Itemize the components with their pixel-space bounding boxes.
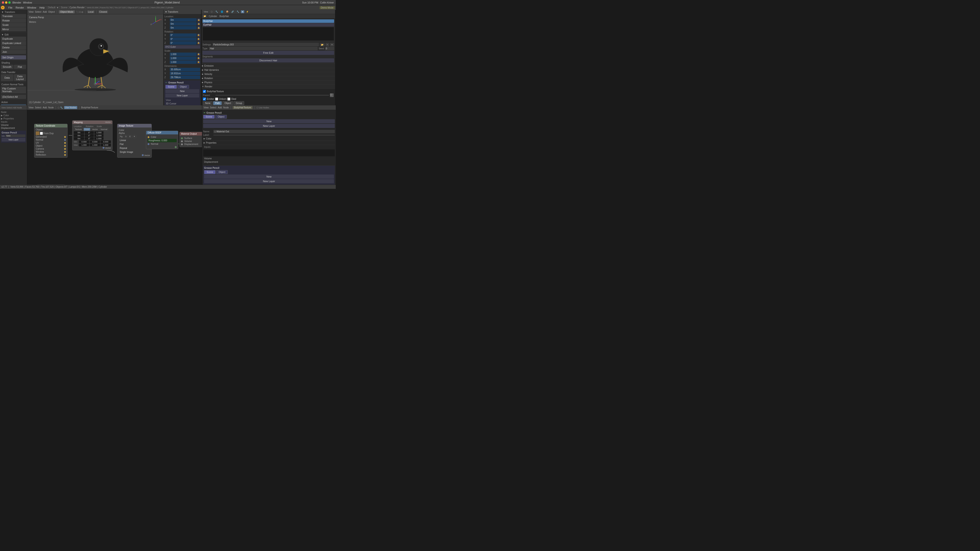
scale-y-value[interactable]: 1.000 (170, 57, 197, 60)
hair-dynamics-header[interactable]: ▶ Hair dynamics (202, 68, 335, 72)
rot-y-input[interactable]: 0° (84, 134, 94, 137)
parent-value[interactable] (215, 95, 329, 96)
browse-icon[interactable]: 📂 (202, 14, 207, 18)
rotation-header[interactable]: ▶ Rotation (202, 76, 335, 81)
rot-y-lock[interactable]: 🔒 (197, 38, 200, 41)
constraints-icon[interactable]: 🔗 (230, 10, 235, 13)
viewport-canvas[interactable]: Camera Persp Meters (27, 14, 163, 105)
emission-section-header[interactable]: ▶ Emission (202, 64, 335, 68)
body-hair-layer[interactable]: BodyHair (202, 19, 334, 23)
loc-x-lock[interactable]: 🔒 (197, 19, 200, 21)
image-x-btn[interactable]: ✕ (132, 135, 137, 138)
max-y[interactable]: 1.000 (90, 144, 100, 146)
loc-z-input[interactable]: 1.000 (94, 131, 103, 134)
rot-z-value[interactable]: 0° (170, 41, 197, 45)
from-dup-cb[interactable] (40, 132, 43, 135)
dim-x-value[interactable]: 35.695cm (170, 68, 200, 71)
loc-y-input[interactable]: 0° (84, 131, 94, 134)
rot-z-input[interactable]: 1.000 (94, 134, 103, 137)
minimize-button[interactable] (5, 2, 7, 4)
seed-value[interactable]: 0 (325, 47, 334, 50)
roughness-field[interactable]: Roughness: 0.000 (148, 139, 177, 142)
node-select-menu[interactable]: Select (35, 106, 41, 109)
min-z[interactable]: 0.000 (100, 140, 111, 143)
modifier-icon[interactable]: 🔧 (235, 10, 240, 13)
none-tab[interactable]: None (203, 101, 213, 105)
closest-btn[interactable]: Closest (99, 10, 108, 13)
scale-z-value[interactable]: 1.000 (170, 60, 197, 64)
close-button[interactable] (2, 2, 4, 4)
mapping-point-btn[interactable]: Point (83, 128, 91, 131)
menu-render[interactable]: Render (14, 6, 25, 10)
single-image-dropdown[interactable]: Single Image (119, 150, 150, 154)
gp4-scene[interactable]: Scene (204, 170, 216, 174)
bp-select-btn[interactable]: Select (210, 106, 216, 109)
rot-z-lock[interactable]: 🔒 (197, 42, 200, 44)
loc-z-value[interactable]: 0m (170, 26, 197, 30)
data-layout-button[interactable]: Data Layout (14, 74, 26, 81)
node-add-menu[interactable]: Add (43, 106, 47, 109)
flip-normals-button[interactable]: Flip Custom Normals (1, 86, 26, 94)
min-x[interactable]: 0.000 (79, 140, 89, 143)
object-mode-btn[interactable]: Object Mode (59, 10, 75, 13)
render-header[interactable]: ▼ Render (202, 85, 335, 89)
mapping-normal-btn[interactable]: Normal (100, 128, 108, 131)
object-menu[interactable]: Object (48, 11, 55, 13)
world-icon[interactable]: 🌐 (220, 10, 224, 13)
loc-y-lock[interactable]: 🔒 (197, 22, 200, 25)
particle-icon[interactable]: ● (241, 10, 244, 13)
euler-dropdown[interactable]: XYZ Euler (164, 45, 200, 49)
gp4-new[interactable]: New (204, 175, 334, 179)
settings-add-icon[interactable]: + (326, 43, 329, 46)
rot-x-lock[interactable]: 🔒 (197, 34, 200, 37)
scale-x-input[interactable]: 0m (74, 137, 84, 140)
scale-button[interactable]: Scale (1, 23, 26, 27)
flat-dropdown[interactable]: Flat (119, 143, 150, 146)
add-menu[interactable]: Add (43, 11, 47, 13)
node-node-menu[interactable]: Node (48, 106, 54, 109)
loc-y-value[interactable]: 0m (170, 22, 197, 25)
smooth-button[interactable]: Smooth (1, 65, 13, 69)
bottom-gp-object[interactable]: Object (215, 115, 227, 119)
mapping-vector-btn[interactable]: Vector (91, 128, 99, 131)
mirror-button[interactable]: Mirror (1, 27, 26, 31)
gp2-new-layer-btn[interactable]: New Layer (2, 138, 25, 141)
scale-x-lock[interactable]: 🔒 (197, 53, 200, 56)
gp-scene-btn[interactable]: Scene (165, 85, 177, 89)
local-btn[interactable]: Local (87, 10, 95, 13)
dim-y-value[interactable]: 18.932cm (170, 72, 200, 75)
loc-x-input[interactable]: 0m (74, 131, 84, 134)
body-hair-texture-cb[interactable] (203, 90, 206, 93)
rot-x-input[interactable]: 0m (74, 134, 84, 137)
deselect-all-button[interactable]: (De)Select All (1, 95, 26, 99)
settings-browse-icon[interactable]: 📂 (320, 43, 325, 46)
max-z[interactable]: 1.000 (100, 144, 111, 146)
bottom-gp-scene[interactable]: Scene (203, 115, 215, 119)
loc-x-value[interactable]: 0m (170, 18, 197, 22)
settings-value[interactable]: ParticleSettings.003 (212, 43, 319, 46)
velocity-header[interactable]: ▶ Velocity (202, 72, 335, 76)
gp-new-layer-btn[interactable]: New Layer (165, 94, 199, 97)
node-canvas[interactable]: Texture Coordinate Object: From Dup Gene… (27, 110, 202, 189)
image-env-btn[interactable]: E (128, 135, 132, 138)
duplicate-linked-button[interactable]: Duplicate Linked (1, 41, 26, 45)
gp2-new-btn[interactable]: New (6, 134, 25, 137)
type-value[interactable]: Hair (209, 47, 318, 50)
menu-help[interactable]: Help (38, 6, 46, 10)
free-edit-btn[interactable]: Free Edit (202, 51, 334, 55)
maximize-button[interactable] (8, 2, 11, 4)
group-tab[interactable]: Group (234, 101, 244, 105)
bp-view-btn[interactable]: View (204, 106, 209, 109)
died-cb[interactable] (228, 97, 231, 100)
view-menu[interactable]: View (29, 11, 33, 13)
blender-logo[interactable]: ● (1, 6, 5, 10)
rot-y-value[interactable]: 0° (170, 37, 197, 41)
parent-icon[interactable]: ⬡ (330, 94, 334, 97)
scale-y-input[interactable]: 0° (84, 137, 94, 140)
properties-section-btn[interactable]: ▶ Properties (203, 141, 335, 145)
view-icon[interactable]: View (202, 10, 209, 13)
object-tab[interactable]: Object (222, 101, 233, 105)
rot-x-value[interactable]: 0° (170, 33, 197, 37)
data-button[interactable]: Data (1, 74, 13, 81)
window-menu[interactable]: Window (23, 1, 32, 4)
